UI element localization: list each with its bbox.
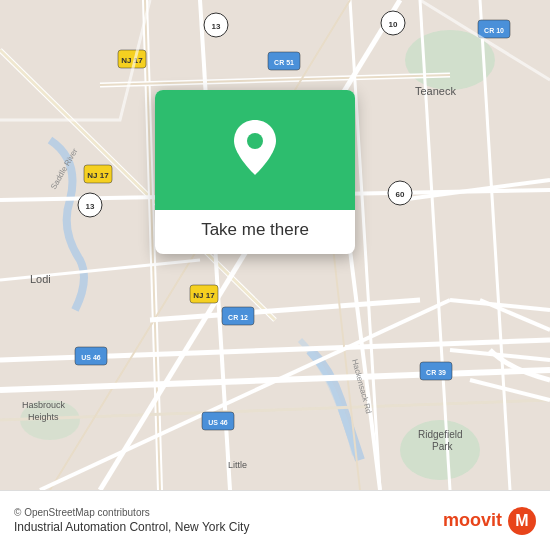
map-container: NJ 17 NJ 17 NJ 17 13 13 CR 10 10 CR 51 6… bbox=[0, 0, 550, 490]
svg-text:CR 39: CR 39 bbox=[426, 369, 446, 376]
svg-text:CR 12: CR 12 bbox=[228, 314, 248, 321]
attribution-text: © OpenStreetMap contributors bbox=[14, 507, 249, 518]
svg-text:10: 10 bbox=[389, 20, 398, 29]
svg-text:CR 51: CR 51 bbox=[274, 59, 294, 66]
svg-text:US 46: US 46 bbox=[81, 354, 101, 361]
location-pin-icon bbox=[230, 120, 280, 180]
svg-text:NJ 17: NJ 17 bbox=[87, 171, 109, 180]
svg-text:Heights: Heights bbox=[28, 412, 59, 422]
svg-text:CR 10: CR 10 bbox=[484, 27, 504, 34]
moovit-label: moovit bbox=[443, 510, 502, 531]
svg-text:Little: Little bbox=[228, 460, 247, 470]
svg-text:NJ 17: NJ 17 bbox=[121, 56, 143, 65]
bottom-bar: © OpenStreetMap contributors Industrial … bbox=[0, 490, 550, 550]
moovit-logo: moovit m bbox=[443, 507, 536, 535]
svg-point-40 bbox=[247, 133, 263, 149]
svg-text:Hasbrouck: Hasbrouck bbox=[22, 400, 66, 410]
popup-card: Take me there bbox=[155, 90, 355, 254]
svg-text:NJ 17: NJ 17 bbox=[193, 291, 215, 300]
moovit-icon-letter: m bbox=[515, 512, 528, 530]
svg-text:Lodi: Lodi bbox=[30, 273, 51, 285]
popup-header bbox=[155, 90, 355, 210]
svg-text:60: 60 bbox=[396, 190, 405, 199]
take-me-there-button[interactable]: Take me there bbox=[155, 210, 355, 254]
svg-text:US 46: US 46 bbox=[208, 419, 228, 426]
svg-text:Teaneck: Teaneck bbox=[415, 85, 456, 97]
svg-text:Ridgefield: Ridgefield bbox=[418, 429, 462, 440]
svg-text:13: 13 bbox=[86, 202, 95, 211]
svg-text:13: 13 bbox=[212, 22, 221, 31]
svg-text:Park: Park bbox=[432, 441, 454, 452]
location-attribution: © OpenStreetMap contributors Industrial … bbox=[14, 507, 249, 534]
location-title: Industrial Automation Control, New York … bbox=[14, 520, 249, 534]
moovit-icon: m bbox=[508, 507, 536, 535]
